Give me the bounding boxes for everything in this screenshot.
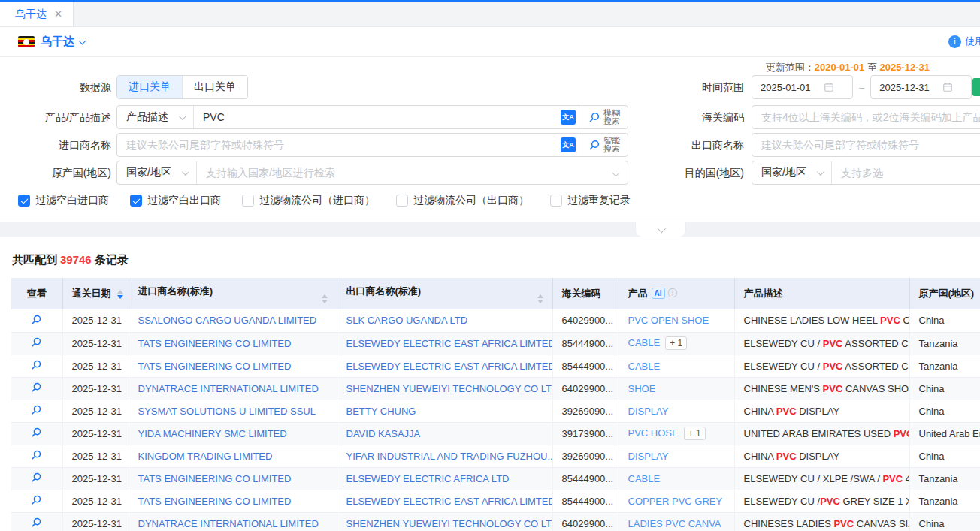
view-record-icon[interactable]: [31, 472, 42, 483]
col-exporter[interactable]: 出口商名称(标准): [337, 278, 552, 309]
view-record-icon[interactable]: [31, 314, 42, 325]
product-link[interactable]: LADIES PVC CANVA: [628, 518, 721, 529]
product-link[interactable]: DISPLAY: [628, 451, 669, 462]
importer-link[interactable]: TATS ENGINEERING CO LIMITED: [138, 338, 292, 349]
destination-input[interactable]: [832, 162, 980, 183]
translate-icon[interactable]: 文A: [561, 110, 576, 125]
view-record-icon[interactable]: [31, 404, 42, 415]
product-link[interactable]: COPPER PVC GREY: [628, 496, 723, 507]
view-record-icon[interactable]: [31, 449, 42, 460]
origin-country: Tanzania: [909, 355, 980, 377]
exporter-link[interactable]: SHENZHEN YUEWEIYI TECHNOLOGY CO LTD: [346, 383, 553, 394]
exporter-link[interactable]: SHENZHEN YUEWEIYI TECHNOLOGY CO LTD: [346, 518, 553, 529]
date-start-input[interactable]: [752, 82, 824, 93]
exporter-link[interactable]: SLK CARGO UGANDA LTD: [346, 315, 468, 326]
product-filter-group: 产品描述 文A 模糊搜索: [116, 105, 628, 129]
product-link[interactable]: SHOE: [628, 383, 656, 394]
importer-link[interactable]: TATS ENGINEERING CO LIMITED: [138, 496, 292, 507]
sort-icons[interactable]: [117, 290, 123, 299]
view-record-icon[interactable]: [31, 494, 42, 505]
clearance-date: 2025-12-31: [62, 512, 129, 531]
data-source-label: 数据源: [0, 75, 111, 99]
chevron-down-icon[interactable]: [79, 37, 86, 44]
view-record-icon[interactable]: [31, 359, 42, 370]
more-products-badge[interactable]: + 1: [665, 336, 687, 350]
exporter-link[interactable]: BETTY CHUNG: [346, 406, 416, 417]
checkbox-filter-blank-importer[interactable]: 过滤空白进口商: [18, 194, 109, 207]
product-link[interactable]: PVC OPEN SHOE: [628, 315, 709, 326]
importer-link[interactable]: DYNATRACE INTERNATIONAL LIMITED: [138, 518, 319, 529]
exporter-link[interactable]: DAVID KASAJJA: [346, 428, 421, 439]
country-title[interactable]: 乌干达: [41, 35, 74, 49]
col-importer[interactable]: 进口商名称(标准): [129, 278, 337, 309]
importer-link[interactable]: YIDA MACHINERY SMC LIMITED: [138, 428, 287, 439]
product-link[interactable]: CABLE: [628, 361, 661, 372]
view-record-icon[interactable]: [31, 427, 42, 438]
destination-type-select[interactable]: 国家/地区: [752, 161, 831, 184]
importer-link[interactable]: DYNATRACE INTERNATIONAL LIMITED: [138, 383, 319, 394]
close-icon[interactable]: ✕: [54, 8, 62, 20]
exporter-link[interactable]: ELSEWEDY ELECTRIC EAST AFRICA LIMTED: [346, 361, 553, 372]
collapse-toggle[interactable]: [635, 222, 686, 237]
checkbox-icon[interactable]: [18, 195, 30, 207]
product-link[interactable]: DISPLAY: [628, 406, 669, 417]
checkbox-icon[interactable]: [242, 195, 254, 207]
date-start-field[interactable]: [752, 75, 853, 99]
importer-link[interactable]: SYSMAT SOLUTIONS U LIMITED SSUL: [138, 406, 316, 417]
table-body: 2025-12-31 SSALONGO CARGO UGANDA LIMITED…: [11, 309, 980, 531]
checkbox-filter-logistics-importer[interactable]: 过滤物流公司（进口商）: [242, 194, 375, 207]
info-icon[interactable]: ⓘ: [668, 288, 678, 299]
exporter-link[interactable]: ELSEWEDY ELECTRIC EAST AFRICA LIMTED: [346, 496, 553, 507]
exporter-input[interactable]: [752, 134, 980, 155]
exporter-link[interactable]: ELSEWEDY ELECTRIC EAST AFRICA LIMTED: [346, 338, 553, 349]
checkbox-icon[interactable]: [130, 195, 142, 207]
tab-uganda[interactable]: 乌干达 ✕: [0, 2, 74, 26]
filter-panel: 更新范围：2020-01-01 至 2025-12-31 数据源 进口关单 出口…: [0, 57, 980, 222]
exporter-link[interactable]: YIFAR INDUSTRIAL AND TRADING FUZHOU...: [346, 451, 553, 462]
origin-country: Tanzania: [909, 490, 980, 512]
clearance-date: 2025-12-31: [62, 377, 129, 400]
search-button[interactable]: [972, 78, 980, 96]
tab-import-declarations[interactable]: 进口关单: [117, 76, 182, 98]
date-end-input[interactable]: [871, 82, 942, 93]
col-clearance-date[interactable]: 通关日期: [62, 278, 129, 309]
checkbox-filter-duplicates[interactable]: 过滤重复记录: [550, 194, 631, 207]
product-field-select[interactable]: 产品描述: [117, 106, 193, 128]
product-link[interactable]: CABLE: [628, 473, 661, 484]
usage-help[interactable]: i 使用: [948, 35, 980, 48]
filter-checkboxes: 过滤空白进口商 过滤空白出口商 过滤物流公司（进口商） 过滤物流公司（出口商） …: [18, 194, 631, 207]
importer-link[interactable]: KINGDOM TRADING LIMITED: [138, 451, 273, 462]
importer-input[interactable]: [117, 134, 555, 155]
hs-code: 85444900...: [552, 355, 619, 377]
keyword-highlight: PVC: [820, 496, 840, 507]
checkbox-filter-blank-exporter[interactable]: 过滤空白出口商: [130, 194, 221, 207]
sort-icons[interactable]: [322, 294, 328, 303]
origin-country-input[interactable]: [197, 162, 613, 183]
product-link[interactable]: CABLE: [628, 337, 661, 348]
sort-icons[interactable]: [537, 294, 543, 303]
checkbox-icon[interactable]: [550, 195, 562, 207]
view-record-icon[interactable]: [31, 336, 42, 348]
translate-icon[interactable]: 文A: [561, 137, 576, 152]
smart-search-button[interactable]: 智能搜索: [582, 137, 628, 153]
tab-export-declarations[interactable]: 出口关单: [182, 76, 247, 98]
clearance-date: 2025-12-31: [62, 490, 129, 512]
checkbox-icon[interactable]: [396, 195, 408, 207]
importer-link[interactable]: TATS ENGINEERING CO LIMITED: [138, 361, 292, 372]
checkbox-filter-logistics-exporter[interactable]: 过滤物流公司（出口商）: [396, 194, 529, 207]
product-search-input[interactable]: [194, 107, 555, 128]
view-record-icon[interactable]: [31, 382, 42, 393]
more-products-badge[interactable]: + 1: [684, 427, 706, 440]
importer-filter-group: 文A 智能搜索: [116, 133, 628, 157]
origin-type-select[interactable]: 国家/地区: [117, 161, 196, 184]
hs-code-input[interactable]: [752, 107, 980, 128]
col-view: 查看: [11, 278, 62, 309]
collapse-band: [0, 222, 980, 237]
product-link[interactable]: PVC HOSE: [628, 427, 679, 439]
importer-link[interactable]: TATS ENGINEERING CO LIMITED: [138, 473, 292, 484]
view-record-icon[interactable]: [31, 517, 42, 528]
fuzzy-search-button[interactable]: 模糊搜索: [582, 109, 628, 125]
importer-link[interactable]: SSALONGO CARGO UGANDA LIMITED: [138, 315, 317, 326]
exporter-link[interactable]: ELSEWEDY ELECTRIC AFRICA LTD: [346, 473, 510, 484]
date-end-field[interactable]: [870, 75, 972, 99]
